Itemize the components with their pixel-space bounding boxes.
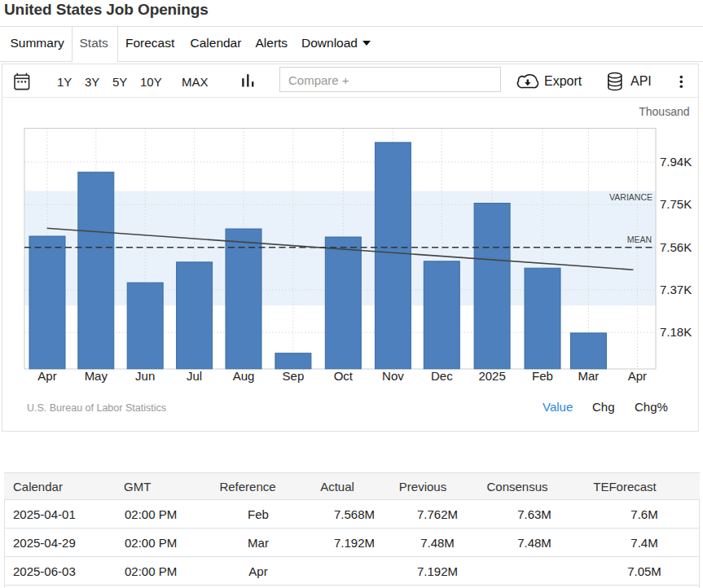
svg-text:MEAN: MEAN bbox=[627, 235, 652, 244]
svg-text:Jul: Jul bbox=[187, 369, 202, 383]
svg-text:Value: Value bbox=[543, 400, 573, 414]
svg-text:Oct: Oct bbox=[334, 369, 354, 383]
svg-text:2025: 2025 bbox=[478, 369, 505, 383]
svg-text:Nov: Nov bbox=[382, 369, 404, 383]
svg-text:Aug: Aug bbox=[233, 369, 255, 383]
svg-text:Thousand: Thousand bbox=[639, 105, 689, 118]
svg-text:U.S. Bureau of Labor Statistic: U.S. Bureau of Labor Statistics bbox=[27, 402, 166, 414]
svg-text:Apr: Apr bbox=[628, 369, 647, 383]
svg-text:7.37K: 7.37K bbox=[660, 283, 692, 296]
svg-text:May: May bbox=[85, 369, 108, 383]
svg-text:Chg%: Chg% bbox=[635, 400, 668, 414]
svg-text:Apr: Apr bbox=[37, 369, 56, 383]
svg-text:7.75K: 7.75K bbox=[660, 197, 692, 211]
svg-text:7.56K: 7.56K bbox=[660, 240, 692, 254]
svg-text:Chg: Chg bbox=[592, 400, 615, 414]
svg-text:Sep: Sep bbox=[283, 369, 305, 383]
svg-text:7.18K: 7.18K bbox=[660, 325, 692, 339]
svg-text:VARIANCE: VARIANCE bbox=[609, 192, 652, 202]
svg-text:7.94K: 7.94K bbox=[660, 155, 692, 169]
svg-text:Mar: Mar bbox=[578, 369, 599, 383]
svg-text:Jun: Jun bbox=[135, 369, 155, 383]
svg-text:Feb: Feb bbox=[532, 369, 553, 383]
svg-text:Dec: Dec bbox=[431, 369, 453, 383]
